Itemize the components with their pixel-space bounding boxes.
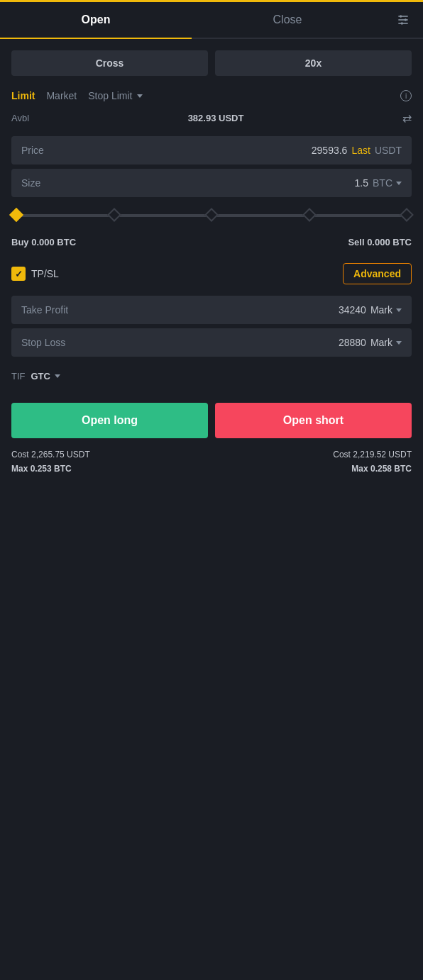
price-right: 29593.6 Last USDT xyxy=(312,145,402,156)
stop-loss-input[interactable]: Stop Loss 28880 Mark xyxy=(11,328,412,357)
short-max-value: 0.258 BTC xyxy=(370,464,412,474)
price-input[interactable]: Price 29593.6 Last USDT xyxy=(11,136,412,165)
order-type-row: Limit Market Stop Limit i xyxy=(0,82,423,107)
stop-loss-chevron-icon xyxy=(396,341,402,345)
stop-loss-type-selector[interactable]: Mark xyxy=(370,337,402,348)
long-cost-value: 2,265.75 USDT xyxy=(31,450,90,460)
price-currency: USDT xyxy=(375,145,402,156)
info-icon[interactable]: i xyxy=(400,90,412,101)
slider-point-0[interactable] xyxy=(9,208,23,222)
svg-point-3 xyxy=(400,15,402,17)
tpsl-checkbox[interactable]: ✓ xyxy=(11,267,26,281)
tab-open[interactable]: Open xyxy=(0,2,192,39)
available-value: 382.93 USDT xyxy=(188,113,244,123)
take-profit-type-selector[interactable]: Mark xyxy=(370,304,402,316)
buy-sell-amounts: Buy 0.000 BTC Sell 0.000 BTC xyxy=(0,234,423,256)
size-currency-chevron-icon xyxy=(396,182,402,185)
take-profit-value: 34240 xyxy=(339,304,366,316)
tif-label: TIF xyxy=(11,371,26,382)
tpsl-label: TP/SL xyxy=(31,268,59,279)
open-short-button[interactable]: Open short xyxy=(215,403,412,438)
leverage-button[interactable]: 20x xyxy=(215,50,412,76)
svg-point-5 xyxy=(401,22,403,24)
size-value: 1.5 xyxy=(355,177,368,189)
tif-selector[interactable]: GTC xyxy=(31,371,60,382)
size-label: Size xyxy=(21,177,40,189)
stop-loss-label: Stop Loss xyxy=(21,337,65,348)
order-type-market[interactable]: Market xyxy=(46,90,77,101)
position-slider[interactable] xyxy=(0,201,423,234)
price-tag: Last xyxy=(351,145,370,156)
take-profit-label: Take Profit xyxy=(21,304,68,316)
order-type-limit[interactable]: Limit xyxy=(11,90,35,101)
long-cost: Cost 2,265.75 USDT xyxy=(11,450,90,460)
advanced-button[interactable]: Advanced xyxy=(343,263,412,284)
stop-loss-value: 28880 xyxy=(339,337,366,348)
short-cost-value: 2,219.52 USDT xyxy=(353,450,412,460)
stop-loss-right: 28880 Mark xyxy=(339,337,402,348)
size-currency-selector[interactable]: BTC xyxy=(373,177,402,189)
checkmark-icon: ✓ xyxy=(15,269,23,279)
svg-point-4 xyxy=(405,18,407,21)
open-long-button[interactable]: Open long xyxy=(11,403,208,438)
size-right: 1.5 BTC xyxy=(355,177,402,189)
tab-close[interactable]: Close xyxy=(192,2,383,38)
order-type-stoplimit[interactable]: Stop Limit xyxy=(88,90,142,101)
settings-icon xyxy=(396,13,410,27)
tpsl-row: ✓ TP/SL Advanced xyxy=(0,256,423,291)
stoplimit-chevron-icon xyxy=(137,94,143,98)
take-profit-input[interactable]: Take Profit 34240 Mark xyxy=(11,296,412,324)
available-label: Avbl xyxy=(11,113,29,123)
tif-chevron-icon xyxy=(55,374,60,378)
sell-amount: Sell 0.000 BTC xyxy=(348,237,412,247)
trading-panel: Open Close Cross 20x Limit Market Stop L… xyxy=(0,0,423,488)
margin-leverage-row: Cross 20x xyxy=(0,39,423,82)
buy-amount: Buy 0.000 BTC xyxy=(11,237,76,247)
size-input[interactable]: Size 1.5 BTC xyxy=(11,169,412,197)
cost-rows: Cost 2,265.75 USDT Cost 2,219.52 USDT xyxy=(0,445,423,462)
slider-point-100[interactable] xyxy=(400,208,414,222)
price-value: 29593.6 xyxy=(312,145,348,156)
price-label: Price xyxy=(21,145,44,156)
take-profit-right: 34240 Mark xyxy=(339,304,402,316)
max-rows: Max 0.253 BTC Max 0.258 BTC xyxy=(0,462,423,488)
slider-point-75[interactable] xyxy=(302,208,317,222)
long-max: Max 0.253 BTC xyxy=(11,464,72,474)
long-max-value: 0.253 BTC xyxy=(31,464,72,474)
slider-point-25[interactable] xyxy=(107,208,121,222)
tif-row: TIF GTC xyxy=(0,361,423,389)
slider-diamonds xyxy=(11,210,412,220)
short-max: Max 0.258 BTC xyxy=(351,464,412,474)
take-profit-chevron-icon xyxy=(396,308,402,312)
available-balance-row: Avbl 382.93 USDT ⇄ xyxy=(0,107,423,132)
settings-tab[interactable] xyxy=(383,2,423,38)
margin-type-button[interactable]: Cross xyxy=(11,50,208,76)
top-tabs: Open Close xyxy=(0,2,423,39)
action-buttons: Open long Open short xyxy=(0,389,423,445)
slider-point-50[interactable] xyxy=(204,208,219,222)
short-cost: Cost 2,219.52 USDT xyxy=(333,450,412,460)
transfer-icon[interactable]: ⇄ xyxy=(402,111,412,125)
